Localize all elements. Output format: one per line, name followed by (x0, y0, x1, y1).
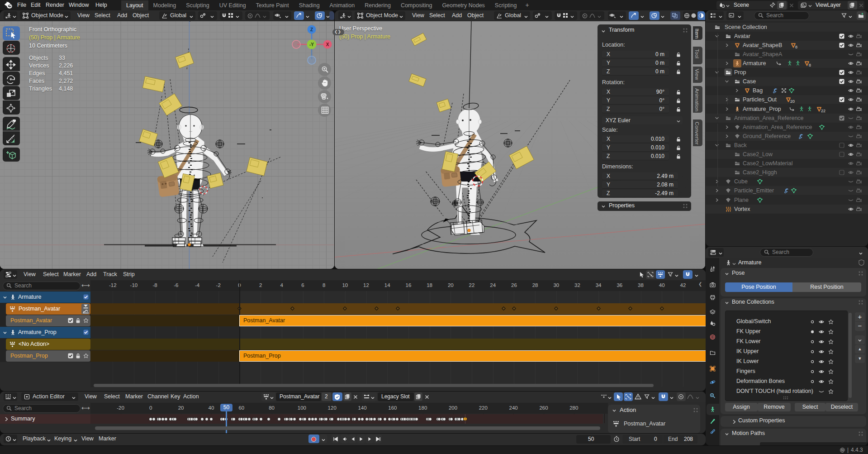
svg-text:X: X (326, 42, 329, 47)
svg-text:-Y: -Y (309, 42, 314, 47)
svg-text:Z: Z (310, 27, 313, 32)
